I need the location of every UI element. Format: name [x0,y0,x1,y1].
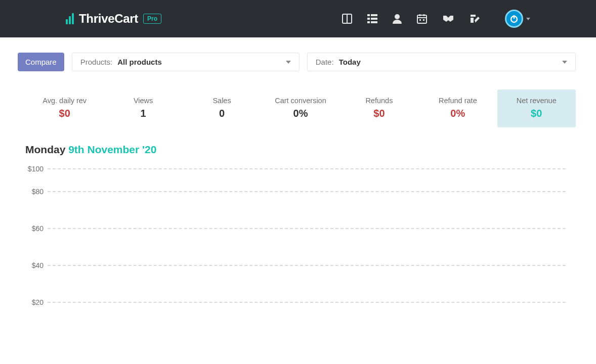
date-select[interactable]: Date: Today [307,53,576,71]
stat-value: 0% [421,108,494,119]
chart-gridline: $80 [25,173,566,210]
stat-label: Avg. daily rev [28,97,101,105]
svg-rect-7 [371,21,377,23]
user-icon[interactable] [393,14,402,24]
chart-date-heading: Monday 9th November '20 [25,144,586,156]
stat-label: Net revenue [500,97,573,105]
grid-line [48,228,566,229]
y-axis-tick: $60 [25,224,48,233]
stat-value: $0 [500,108,573,119]
grid-line [48,265,566,266]
stat-label: Refund rate [421,97,494,105]
stats-row: Avg. daily rev$0Views1Sales0Cart convers… [25,89,576,127]
chevron-down-icon [526,18,530,20]
svg-point-8 [395,14,400,19]
chart-day: Monday [25,144,68,155]
y-axis-tick: $100 [25,165,48,173]
products-select[interactable]: Products: All products [72,53,300,71]
stat-label: Refunds [343,97,415,105]
brand-name: ThriveCart [79,12,138,26]
chart-gridline: $60 [25,210,566,247]
revenue-chart: $100$80$60$40$20 [25,165,566,321]
stat-label: Sales [186,97,258,105]
products-value: All products [117,58,162,66]
grid-line [48,302,566,303]
svg-rect-2 [367,14,370,16]
stat-label: Cart conversion [264,97,336,105]
y-axis-tick: $20 [25,298,48,306]
stat-value: 0% [264,108,336,119]
svg-rect-13 [419,19,421,21]
chart-gridline: $100 [25,165,566,173]
chart-date: 9th November '20 [68,144,156,155]
stat-card[interactable]: Views1 [104,89,182,127]
stat-card[interactable]: Net revenue$0 [497,89,576,127]
chevron-down-icon [562,61,567,64]
date-label: Date: [316,58,334,66]
nav-icon-group [342,10,530,28]
handshake-icon[interactable] [442,15,454,23]
account-menu[interactable] [505,10,530,28]
filter-bar: Compare Products: All products Date: Tod… [18,53,586,71]
chart-gridline: $40 [25,247,566,284]
grid-line [48,168,566,169]
date-value: Today [339,58,361,66]
stat-card[interactable]: Avg. daily rev$0 [25,89,104,127]
app-header: ThriveCart Pro [0,0,596,37]
main-content: Compare Products: All products Date: Tod… [0,37,596,321]
svg-rect-3 [371,14,377,16]
stat-value: 0 [186,108,258,119]
products-label: Products: [80,58,112,66]
svg-rect-5 [371,18,377,20]
stat-card[interactable]: Refund rate0% [418,89,497,127]
stat-value: 1 [107,108,179,119]
grid-line [48,191,566,192]
svg-rect-14 [423,19,424,21]
brand-logo[interactable]: ThriveCart Pro [66,12,161,26]
stat-label: Views [107,97,179,105]
pro-badge: Pro [143,14,161,24]
logo-mark-icon [66,13,74,24]
power-icon [505,10,523,28]
dashboard-icon[interactable] [342,14,352,24]
svg-rect-4 [367,18,370,20]
edit-icon[interactable] [470,14,480,24]
calendar-icon[interactable] [417,14,427,24]
stat-value: $0 [28,108,101,119]
svg-rect-6 [367,21,370,23]
stat-card[interactable]: Sales0 [183,89,261,127]
compare-button[interactable]: Compare [18,53,64,71]
chart-gridline: $20 [25,284,566,321]
list-icon[interactable] [367,14,377,23]
stat-card[interactable]: Cart conversion0% [261,89,339,127]
stat-value: $0 [343,108,415,119]
chevron-down-icon [286,61,291,64]
y-axis-tick: $40 [25,261,48,269]
svg-rect-9 [417,15,427,23]
y-axis-tick: $80 [25,188,48,196]
stat-card[interactable]: Refunds$0 [340,89,418,127]
